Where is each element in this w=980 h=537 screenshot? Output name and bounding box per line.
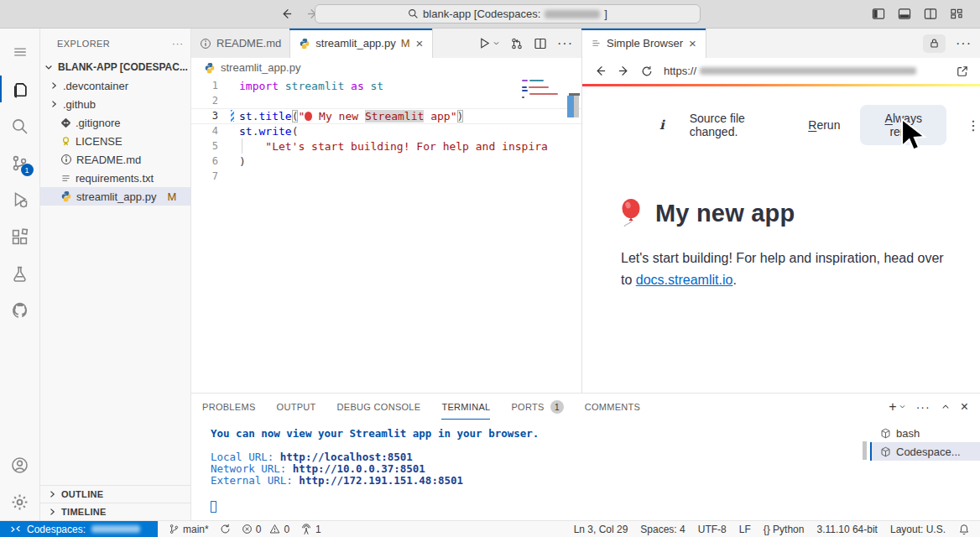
item-label: README.md	[76, 154, 141, 166]
run-python-file-icon[interactable]	[478, 37, 500, 50]
browser-back-icon[interactable]	[594, 65, 607, 77]
command-center-search[interactable]: blank-app [Codespaces: ]	[315, 4, 701, 23]
status-ln-3-col-29[interactable]: Ln 3, Col 29	[574, 524, 628, 535]
tab-readme-md[interactable]: README.md	[191, 29, 290, 58]
kebab-menu-icon[interactable]: ⋮	[967, 117, 980, 133]
status-layout-u-s-[interactable]: Layout: U.S.	[890, 524, 946, 535]
activity-item-testing[interactable]	[0, 255, 40, 292]
panel-tab-debug-console[interactable]: DEBUG CONSOLE	[337, 394, 421, 420]
status-utf-8[interactable]: UTF-8	[698, 524, 727, 535]
panel-tab-problems[interactable]: PROBLEMS	[202, 394, 256, 420]
more-actions-icon[interactable]: ···	[956, 36, 972, 51]
terminal-label: Codespace...	[896, 446, 961, 458]
close-tab-icon[interactable]: ×	[688, 36, 697, 50]
source-changed-message: Source file changed.	[690, 112, 789, 138]
minimap-line	[522, 80, 568, 81]
activity-item-source-control[interactable]: 1	[0, 144, 40, 181]
activity-item-files[interactable]	[0, 70, 40, 107]
item-label: .github	[63, 98, 96, 111]
customize-layout-icon[interactable]	[950, 8, 963, 20]
activity-item-account[interactable]	[0, 446, 40, 483]
overview-ruler-modified-mark	[567, 96, 574, 117]
status--python[interactable]: {} Python	[764, 524, 805, 535]
open-changes-icon[interactable]	[510, 37, 524, 50]
status-errors-warnings[interactable]: 00	[242, 524, 289, 535]
browser-reload-icon[interactable]	[641, 65, 653, 77]
lock-icon[interactable]	[923, 34, 946, 53]
code-editor[interactable]: 1import streamlit as st23st.title(" My n…	[191, 77, 581, 393]
item-label: BLANK-APP [CODESPAC...	[58, 61, 188, 73]
notifications-bell-icon[interactable]	[958, 524, 970, 535]
docs-link[interactable]: docs.streamlit.io	[636, 273, 733, 287]
status-spaces-4[interactable]: Spaces: 4	[640, 524, 685, 535]
tab-label: PROBLEMS	[202, 402, 256, 412]
activity-item-settings[interactable]	[0, 483, 40, 520]
code-line-7[interactable]: 7	[191, 169, 581, 184]
rerun-button[interactable]: Rerun	[808, 118, 840, 132]
explorer-item--gitignore[interactable]: .gitignore	[40, 113, 190, 132]
toggle-panel-icon[interactable]	[898, 8, 911, 20]
broadcast-icon	[300, 524, 312, 535]
explorer-item-requirements-txt[interactable]: requirements.txt	[40, 169, 190, 187]
terminal-entry-bash[interactable]: bash	[870, 424, 980, 442]
status-sync[interactable]	[220, 524, 231, 534]
explorer-more-icon[interactable]: ···	[172, 39, 184, 49]
run-debug-icon	[11, 190, 29, 209]
explorer-item-license[interactable]: LICENSE	[40, 132, 190, 150]
panel-tab-ports[interactable]: PORTS1	[511, 394, 563, 420]
maximize-panel-icon[interactable]	[941, 402, 951, 412]
status-3-11-10-64-bit[interactable]: 3.11.10 64-bit	[816, 524, 878, 535]
terminal-scrollbar[interactable]	[863, 441, 867, 460]
close-tab-icon[interactable]: ×	[415, 36, 425, 50]
status-lf[interactable]: LF	[739, 524, 751, 535]
timeline-section-header[interactable]: TIMELINE	[40, 503, 190, 520]
editor-tab-bar: README.mdstreamlit_app.pyM×···	[191, 29, 581, 58]
outline-section-header[interactable]: OUTLINE	[40, 485, 190, 503]
account-icon	[11, 456, 29, 474]
toggle-sidebar-icon[interactable]	[872, 8, 885, 20]
explorer-item-readme-md[interactable]: README.md	[40, 150, 190, 169]
breadcrumb[interactable]: streamlit_app.py	[191, 58, 581, 77]
url-field[interactable]: https://	[664, 65, 946, 77]
panel-tab-terminal[interactable]: TERMINAL	[441, 394, 490, 420]
explorer-item--devcontainer[interactable]: .devcontainer	[40, 76, 190, 95]
python-file-icon	[60, 190, 72, 202]
status-branch[interactable]: main*	[169, 524, 209, 535]
tab-label: Simple Browser	[607, 37, 683, 50]
activity-item-github[interactable]	[0, 292, 40, 329]
panel-tab-output[interactable]: OUTPUT	[277, 394, 316, 420]
explorer-item-streamlit-app-py[interactable]: streamlit_app.pyM	[40, 187, 190, 206]
panel-tab-comments[interactable]: COMMENTS	[585, 394, 641, 420]
browser-forward-icon[interactable]	[618, 65, 630, 77]
tab-simple-browser[interactable]: Simple Browser ×	[582, 29, 706, 58]
breadcrumb-file: streamlit_app.py	[221, 61, 300, 74]
scrollbar-slider[interactable]	[574, 96, 579, 117]
code-line-3[interactable]: 3st.title(" My new Streamlit app")	[191, 108, 581, 123]
explorer-item--github[interactable]: .github	[40, 95, 190, 113]
minimap[interactable]	[522, 80, 568, 100]
title-bar: blank-app [Codespaces: ]	[0, 0, 980, 29]
activity-item-search[interactable]	[0, 107, 40, 144]
split-editor-icon[interactable]	[924, 8, 937, 20]
new-terminal-icon[interactable]: +	[889, 399, 905, 414]
remote-indicator[interactable]: Codespaces:	[0, 521, 158, 537]
close-panel-icon[interactable]: ×	[961, 399, 968, 414]
split-editor-icon[interactable]	[534, 37, 547, 50]
terminal-line: External URL: http://172.191.151.48:8501	[211, 475, 870, 487]
history-back-icon[interactable]	[280, 8, 293, 20]
activity-item-run-debug[interactable]	[0, 181, 40, 218]
code-line-4[interactable]: 4st.write(	[191, 123, 581, 138]
more-actions-icon[interactable]: ···	[557, 36, 573, 51]
open-external-icon[interactable]	[957, 65, 968, 77]
branch-icon	[169, 524, 180, 534]
code-line-6[interactable]: 6)	[191, 154, 581, 169]
status-broadcast[interactable]: 1	[300, 524, 321, 535]
terminal-output[interactable]: You can now view your Streamlit app in y…	[191, 420, 870, 520]
activity-item-menu[interactable]	[0, 34, 40, 70]
explorer-item-blank-app-codespac-[interactable]: BLANK-APP [CODESPAC...	[40, 58, 190, 76]
code-line-5[interactable]: 5 "Let's start building! For help and in…	[191, 138, 581, 154]
tab-streamlit-app-py[interactable]: streamlit_app.pyM×	[290, 29, 433, 58]
more-actions-icon[interactable]: ···	[916, 400, 930, 414]
terminal-entry-codespace-[interactable]: Codespace...	[870, 442, 980, 461]
activity-item-extensions[interactable]	[0, 218, 40, 255]
